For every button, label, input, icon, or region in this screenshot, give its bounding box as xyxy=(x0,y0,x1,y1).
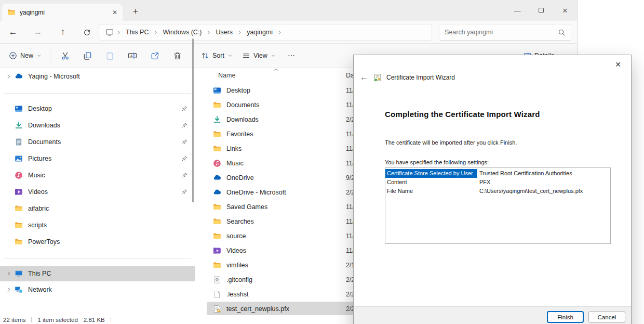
music-icon xyxy=(15,171,23,179)
chevron-spacer xyxy=(3,172,15,178)
forward-button[interactable]: → xyxy=(29,23,47,41)
delete-button[interactable] xyxy=(166,47,189,64)
sidebar-item-this-pc[interactable]: This PC xyxy=(0,266,195,281)
new-button[interactable]: New xyxy=(4,47,46,64)
close-button[interactable]: ✕ xyxy=(553,0,577,21)
pin-icon xyxy=(181,105,188,112)
breadcrumb-item-users[interactable]: Users xyxy=(212,29,236,36)
finish-button[interactable]: Finish xyxy=(547,311,584,323)
view-button[interactable]: View xyxy=(237,47,280,64)
name-column-header[interactable]: Name xyxy=(218,72,235,79)
search-placeholder: Search yaqingmi xyxy=(445,29,558,36)
copy-button[interactable] xyxy=(76,47,99,64)
search-input[interactable]: Search yaqingmi xyxy=(439,24,571,41)
chevron-spacer xyxy=(3,106,15,112)
chevron-right-icon xyxy=(277,30,283,35)
settings-label: You have specified the following setting… xyxy=(385,159,489,165)
settings-key: Certificate Store Selected by User xyxy=(385,169,477,178)
back-button[interactable]: ← xyxy=(4,23,22,41)
cancel-button[interactable]: Cancel xyxy=(588,311,625,323)
copy-icon xyxy=(83,51,92,60)
up-button[interactable]: ↑ xyxy=(54,23,72,41)
pin-icon xyxy=(181,172,188,179)
paste-icon xyxy=(105,51,114,60)
file-name: test_cert_newplus.pfx xyxy=(226,305,289,313)
dialog-heading: Completing the Certificate Import Wizard xyxy=(385,110,540,119)
folder-icon xyxy=(213,145,221,153)
sidebar-item-label: Pictures xyxy=(28,155,181,162)
sort-button[interactable]: Sort xyxy=(196,47,237,64)
tab-title: yaqingmi xyxy=(20,9,108,16)
sidebar-item-scripts[interactable]: scripts xyxy=(0,217,195,234)
folder-icon xyxy=(213,261,221,269)
pictures-icon xyxy=(15,154,23,163)
sidebar-scrollbar[interactable] xyxy=(192,38,194,202)
documents-icon xyxy=(15,138,23,146)
sidebar-item-powertoys[interactable]: PowerToys xyxy=(0,234,195,250)
folder-icon xyxy=(15,204,23,213)
dialog-close-button[interactable]: ✕ xyxy=(610,58,626,71)
sidebar-item-videos[interactable]: Videos xyxy=(0,184,195,200)
sidebar-item-downloads[interactable]: Downloads xyxy=(0,117,195,134)
minimize-button[interactable]: — xyxy=(505,0,529,21)
breadcrumb-item-yaqingmi[interactable]: yaqingmi xyxy=(244,29,276,36)
sidebar-item-aifabric[interactable]: aifabric xyxy=(0,200,195,217)
settings-table[interactable]: Certificate Store Selected by UserTruste… xyxy=(385,167,611,244)
settings-value: PFX xyxy=(477,178,490,187)
music-icon xyxy=(213,159,221,167)
sidebar-item-yaqing-microsoft[interactable]: Yaqing - Microsoft xyxy=(0,68,195,85)
settings-key: File Name xyxy=(385,187,477,196)
chevron-right-icon xyxy=(116,30,122,35)
sidebar-item-label: This PC xyxy=(28,270,195,277)
dialog-body-text: The certificate will be imported after y… xyxy=(385,139,517,146)
view-icon xyxy=(242,51,250,60)
sidebar-item-network[interactable]: Network xyxy=(0,281,195,298)
new-tab-button[interactable]: + xyxy=(129,5,142,18)
folder-icon xyxy=(213,101,221,109)
file-name: vimfiles xyxy=(226,262,248,269)
column-divider[interactable] xyxy=(342,71,342,81)
folder-icon xyxy=(213,232,221,240)
paste-button[interactable] xyxy=(99,47,121,64)
sidebar-item-pictures[interactable]: Pictures xyxy=(0,150,195,167)
dialog-back-button[interactable]: ← xyxy=(360,73,368,82)
more-icon xyxy=(287,51,296,60)
sidebar-item-documents[interactable]: Documents xyxy=(0,134,195,150)
file-name: OneDrive xyxy=(226,174,254,182)
tab-close-icon[interactable]: ✕ xyxy=(112,9,117,16)
sidebar-item-label: Videos xyxy=(28,188,181,196)
certificate-import-wizard-dialog: ✕ ← Certificate Import Wizard Completing… xyxy=(353,55,632,324)
certificate-file-icon xyxy=(213,305,221,313)
new-button-label: New xyxy=(20,52,33,59)
monitor-icon xyxy=(105,28,114,36)
chevron-spacer xyxy=(3,155,15,162)
dialog-header: ← Certificate Import Wizard xyxy=(360,73,455,82)
selection-size: 2.81 KB xyxy=(84,317,105,323)
items-count: 22 items xyxy=(3,317,25,323)
file-name: .lesshst xyxy=(226,291,248,298)
folder-icon xyxy=(15,221,23,229)
sidebar-item-label: Documents xyxy=(28,138,181,146)
refresh-button[interactable] xyxy=(78,23,96,41)
breadcrumb-item-windows-c[interactable]: Windows (C:) xyxy=(159,29,205,36)
view-button-label: View xyxy=(253,52,267,59)
tab-yaqingmi[interactable]: yaqingmi ✕ xyxy=(2,4,123,21)
maximize-button[interactable] xyxy=(529,0,553,21)
screen: yaqingmi ✕ + — ✕ ← → ↑ This PCWindows (C… xyxy=(0,0,644,324)
breadcrumb-item-this-pc[interactable]: This PC xyxy=(123,29,152,36)
rename-button[interactable]: A xyxy=(121,47,144,64)
chevron-spacer xyxy=(3,205,15,212)
sidebar-item-label: scripts xyxy=(28,222,195,229)
more-button[interactable] xyxy=(280,47,302,64)
sidebar-item-desktop[interactable]: Desktop xyxy=(0,100,195,117)
share-button[interactable] xyxy=(144,47,166,64)
desktop-icon xyxy=(15,105,23,113)
chevron-right-icon xyxy=(153,30,158,35)
downloads-icon xyxy=(15,121,23,129)
sidebar-item-music[interactable]: Music xyxy=(0,167,195,184)
file-name: Searches xyxy=(226,218,254,225)
cut-button[interactable] xyxy=(54,47,76,64)
file-name: OneDrive - Microsoft xyxy=(226,189,286,196)
chevron-down-icon xyxy=(36,53,42,58)
chevron-down-icon xyxy=(271,53,276,58)
